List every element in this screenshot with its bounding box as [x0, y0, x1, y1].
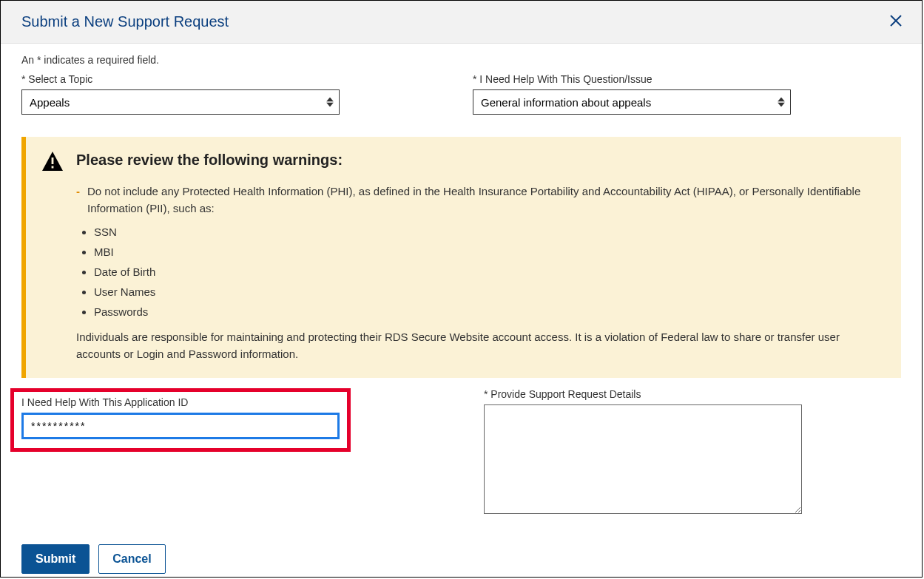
topic-select-wrap: Appeals	[21, 89, 340, 115]
submit-button[interactable]: Submit	[21, 544, 90, 574]
warning-header: Please review the following warnings:	[42, 152, 880, 173]
modal-window: Submit a New Support Request An * indica…	[0, 0, 923, 578]
topic-label: * Select a Topic	[21, 73, 340, 85]
application-id-input[interactable]	[21, 413, 340, 439]
warning-item: SSN	[94, 226, 880, 238]
modal-body: An * indicates a required field. * Selec…	[1, 44, 922, 577]
cancel-button[interactable]: Cancel	[98, 544, 165, 574]
topic-column: * Select a Topic Appeals	[21, 73, 340, 115]
warning-intro-text: Do not include any Protected Health Info…	[87, 183, 880, 217]
warning-item: User Names	[94, 285, 880, 298]
warning-item: Date of Birth	[94, 265, 880, 278]
issue-column: * I Need Help With This Question/Issue G…	[473, 73, 791, 115]
support-details-textarea[interactable]	[484, 404, 802, 514]
close-icon	[889, 14, 903, 30]
form-row-bottom: I Need Help With This Application ID * P…	[21, 388, 901, 516]
warning-item: MBI	[94, 246, 880, 258]
form-row-top: * Select a Topic Appeals * I Need Help W…	[21, 73, 901, 115]
issue-label: * I Need Help With This Question/Issue	[473, 73, 791, 85]
svg-rect-7	[52, 158, 54, 164]
warning-body: - Do not include any Protected Health In…	[76, 183, 880, 363]
svg-rect-8	[52, 166, 54, 169]
topic-select[interactable]: Appeals	[21, 89, 340, 115]
issue-select-wrap: General information about appeals	[473, 89, 791, 115]
actions-row: Submit Cancel	[21, 544, 901, 574]
details-label: * Provide Support Request Details	[484, 388, 802, 400]
highlight-annotation: I Need Help With This Application ID	[10, 388, 351, 452]
warning-list: SSN MBI Date of Birth User Names Passwor…	[76, 226, 880, 318]
modal-header: Submit a New Support Request	[1, 1, 922, 44]
warning-item: Passwords	[94, 305, 880, 318]
issue-select[interactable]: General information about appeals	[473, 89, 791, 115]
close-button[interactable]	[885, 11, 907, 33]
application-id-label: I Need Help With This Application ID	[21, 396, 340, 408]
warning-footer-text: Individuals are responsible for maintain…	[76, 328, 880, 363]
application-id-column: I Need Help With This Application ID	[21, 388, 351, 452]
required-field-note: An * indicates a required field.	[21, 54, 901, 66]
dash-bullet-icon: -	[76, 183, 80, 217]
warning-intro-row: - Do not include any Protected Health In…	[76, 183, 880, 217]
modal-title: Submit a New Support Request	[21, 13, 229, 30]
warning-title: Please review the following warnings:	[76, 152, 343, 169]
warning-icon	[42, 152, 63, 173]
warning-box: Please review the following warnings: - …	[21, 137, 901, 378]
details-column: * Provide Support Request Details	[484, 388, 802, 516]
